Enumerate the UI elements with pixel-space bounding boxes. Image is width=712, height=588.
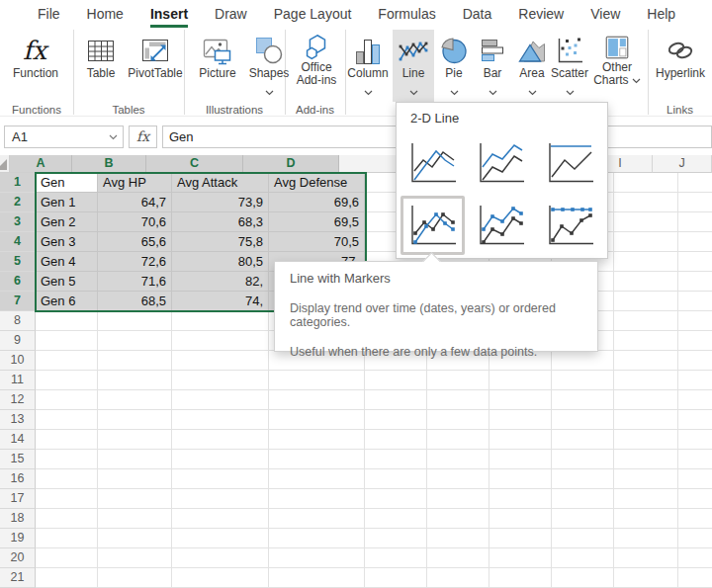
cell[interactable] xyxy=(678,212,712,232)
cell-A2[interactable]: Gen 1 xyxy=(36,193,98,212)
cell[interactable] xyxy=(98,390,172,410)
cell[interactable] xyxy=(552,509,614,529)
cell[interactable] xyxy=(678,252,712,272)
cell[interactable] xyxy=(172,351,269,371)
chart-type-stacked-line[interactable] xyxy=(477,140,526,186)
cell[interactable] xyxy=(490,469,552,489)
cell-D2[interactable]: 69,6 xyxy=(269,193,365,212)
cell[interactable] xyxy=(678,331,712,351)
cell[interactable] xyxy=(490,568,552,588)
cell[interactable] xyxy=(36,331,98,351)
cell[interactable] xyxy=(427,529,490,548)
column-header-D[interactable]: D xyxy=(243,155,339,173)
cell[interactable] xyxy=(98,410,172,430)
chart-type-line[interactable] xyxy=(408,140,458,186)
cell[interactable] xyxy=(36,509,98,529)
row-header-19[interactable]: 19 xyxy=(0,529,36,548)
cell[interactable] xyxy=(614,509,678,529)
cell[interactable] xyxy=(172,410,269,430)
scatter-chevron-down-icon[interactable] xyxy=(549,83,590,93)
area-chevron-down-icon[interactable] xyxy=(513,83,551,93)
cell[interactable] xyxy=(552,430,614,450)
cell[interactable] xyxy=(678,489,712,509)
cell[interactable] xyxy=(614,232,678,252)
cell[interactable] xyxy=(98,529,172,548)
cell-A5[interactable]: Gen 4 xyxy=(36,252,98,272)
cell[interactable] xyxy=(269,390,365,410)
cell[interactable] xyxy=(614,371,678,390)
cell-B6[interactable]: 71,6 xyxy=(98,272,172,292)
menu-tab-page-layout[interactable]: Page Layout xyxy=(274,6,352,28)
cell[interactable] xyxy=(172,430,269,450)
cell-B4[interactable]: 65,6 xyxy=(98,232,172,252)
cell[interactable] xyxy=(614,212,678,232)
cell[interactable] xyxy=(36,311,98,331)
cell[interactable] xyxy=(36,529,98,548)
row-header-3[interactable]: 3 xyxy=(0,212,36,232)
row-header-6[interactable]: 6 xyxy=(0,272,36,292)
menu-tab-file[interactable]: File xyxy=(38,6,60,28)
cell[interactable] xyxy=(365,529,427,548)
cell[interactable] xyxy=(427,410,490,430)
cell[interactable] xyxy=(678,193,712,212)
chart-type-stacked-line-with-markers[interactable] xyxy=(477,203,526,248)
cell[interactable] xyxy=(552,568,614,588)
name-box[interactable]: A1 xyxy=(4,126,124,148)
cell-C2[interactable]: 73,9 xyxy=(172,193,269,212)
cell[interactable] xyxy=(36,351,98,371)
cell[interactable] xyxy=(172,450,269,469)
column-chart-button[interactable]: Column xyxy=(347,30,389,102)
cell[interactable] xyxy=(614,489,678,509)
cell[interactable] xyxy=(365,410,427,430)
row-header-20[interactable]: 20 xyxy=(0,548,36,568)
cell[interactable] xyxy=(269,509,365,529)
cell[interactable] xyxy=(365,371,427,390)
cell[interactable] xyxy=(490,390,552,410)
cell[interactable] xyxy=(552,548,614,568)
select-all-button[interactable] xyxy=(0,155,10,173)
cell[interactable] xyxy=(98,430,172,450)
cell[interactable] xyxy=(36,568,98,588)
cell[interactable] xyxy=(678,232,712,252)
picture-button[interactable]: Picture xyxy=(192,30,243,102)
menu-tab-help[interactable]: Help xyxy=(647,6,675,28)
menu-tab-review[interactable]: Review xyxy=(518,6,564,28)
row-header-5[interactable]: 5 xyxy=(0,252,36,272)
cell-A7[interactable]: Gen 6 xyxy=(36,292,98,311)
cell[interactable] xyxy=(678,410,712,430)
cell[interactable] xyxy=(269,430,365,450)
menu-tab-data[interactable]: Data xyxy=(463,6,492,28)
chart-type-line-with-markers[interactable] xyxy=(408,203,458,248)
column-header-A[interactable]: A xyxy=(10,155,72,173)
cell[interactable] xyxy=(172,529,269,548)
bar-chevron-down-icon[interactable] xyxy=(474,83,511,93)
cell[interactable] xyxy=(427,450,490,469)
cell[interactable] xyxy=(678,430,712,450)
cell[interactable] xyxy=(98,509,172,529)
shapes-chevron-down-icon[interactable] xyxy=(243,83,295,93)
cell[interactable] xyxy=(614,529,678,548)
cell[interactable] xyxy=(98,548,172,568)
cell[interactable] xyxy=(490,489,552,509)
cell[interactable] xyxy=(552,410,614,430)
cell[interactable] xyxy=(614,331,678,351)
table-button[interactable]: Table xyxy=(79,30,123,102)
cell[interactable] xyxy=(172,548,269,568)
cell[interactable] xyxy=(614,568,678,588)
cell[interactable] xyxy=(172,509,269,529)
line-chevron-down-icon[interactable] xyxy=(393,83,434,93)
cell-D4[interactable]: 70,5 xyxy=(269,232,365,252)
cell[interactable] xyxy=(678,371,712,390)
row-header-12[interactable]: 12 xyxy=(0,390,36,410)
chart-type-100-percent-stacked-line[interactable] xyxy=(546,140,595,186)
cell[interactable] xyxy=(269,529,365,548)
cell-A6[interactable]: Gen 5 xyxy=(36,272,98,292)
function-button[interactable]: fx Function xyxy=(8,30,63,102)
area-chart-button[interactable]: Area xyxy=(513,30,551,102)
cell[interactable] xyxy=(678,390,712,410)
cell[interactable] xyxy=(365,469,427,489)
row-header-11[interactable]: 11 xyxy=(0,371,36,390)
cell[interactable] xyxy=(552,450,614,469)
cell[interactable] xyxy=(427,489,490,509)
cell[interactable] xyxy=(614,272,678,292)
